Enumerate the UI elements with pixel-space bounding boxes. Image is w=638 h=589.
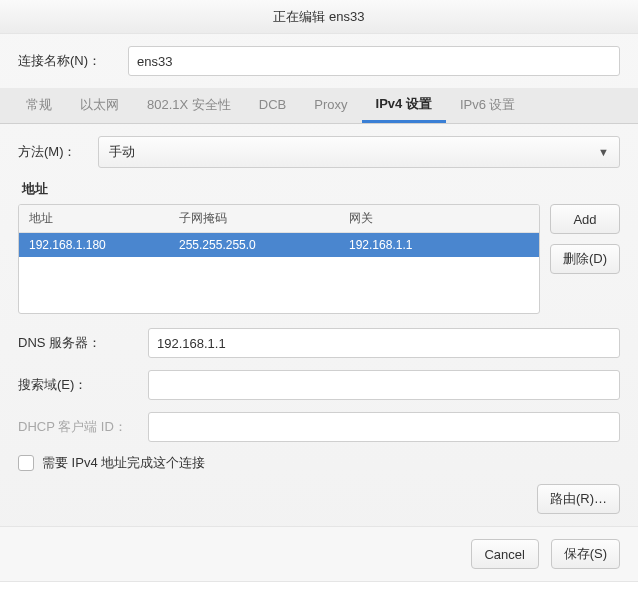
dhcp-client-id-row: DHCP 客户端 ID： [18,412,620,442]
tab-proxy[interactable]: Proxy [300,87,361,123]
save-button[interactable]: 保存(S) [551,539,620,569]
addresses-header-gateway: 网关 [339,205,539,232]
dns-label: DNS 服务器： [18,334,148,352]
delete-button[interactable]: 删除(D) [550,244,620,274]
addresses-table-header: 地址 子网掩码 网关 [19,205,539,233]
tab-8021x-security[interactable]: 802.1X 安全性 [133,87,245,123]
method-select[interactable]: 手动 ▼ [98,136,620,168]
require-ipv4-checkbox[interactable] [18,455,34,471]
addresses-section-label: 地址 [22,180,620,198]
tab-bar: 常规 以太网 802.1X 安全性 DCB Proxy IPv4 设置 IPv6… [0,88,638,124]
dns-input[interactable] [148,328,620,358]
tab-ipv4-settings[interactable]: IPv4 设置 [362,87,446,123]
method-label: 方法(M)： [18,143,98,161]
cancel-button[interactable]: Cancel [471,539,539,569]
addresses-area: 地址 子网掩码 网关 192.168.1.180 255.255.255.0 1… [18,204,620,314]
method-select-value: 手动 [109,143,135,161]
add-button[interactable]: Add [550,204,620,234]
dhcp-client-id-label: DHCP 客户端 ID： [18,418,148,436]
method-row: 方法(M)： 手动 ▼ [18,136,620,168]
window-title: 正在编辑 ens33 [0,0,638,34]
connection-name-label: 连接名称(N)： [18,52,128,70]
chevron-down-icon: ▼ [598,146,609,158]
addresses-header-address: 地址 [19,205,169,232]
connection-name-input[interactable] [128,46,620,76]
require-ipv4-label: 需要 IPv4 地址完成这个连接 [42,454,205,472]
table-row[interactable]: 192.168.1.180 255.255.255.0 192.168.1.1 [19,233,539,257]
routes-row: 路由(R)… [18,484,620,514]
search-domains-row: 搜索域(E)： [18,370,620,400]
dns-row: DNS 服务器： [18,328,620,358]
tab-ipv6-settings[interactable]: IPv6 设置 [446,87,530,123]
connection-name-row: 连接名称(N)： [18,46,620,76]
dhcp-client-id-input [148,412,620,442]
cell-gateway: 192.168.1.1 [339,233,539,257]
addresses-buttons: Add 删除(D) [550,204,620,314]
search-domains-label: 搜索域(E)： [18,376,148,394]
tab-ethernet[interactable]: 以太网 [66,87,133,123]
tab-dcb[interactable]: DCB [245,87,300,123]
cell-address: 192.168.1.180 [19,233,169,257]
search-domains-input[interactable] [148,370,620,400]
tab-general[interactable]: 常规 [12,87,66,123]
dialog-window: 正在编辑 ens33 连接名称(N)： 常规 以太网 802.1X 安全性 DC… [0,0,638,582]
routes-button[interactable]: 路由(R)… [537,484,620,514]
addresses-header-netmask: 子网掩码 [169,205,339,232]
require-ipv4-row: 需要 IPv4 地址完成这个连接 [18,454,620,472]
dialog-body: 连接名称(N)： 常规 以太网 802.1X 安全性 DCB Proxy IPv… [0,34,638,526]
dialog-footer: Cancel 保存(S) [0,526,638,581]
cell-netmask: 255.255.255.0 [169,233,339,257]
addresses-table[interactable]: 地址 子网掩码 网关 192.168.1.180 255.255.255.0 1… [18,204,540,314]
